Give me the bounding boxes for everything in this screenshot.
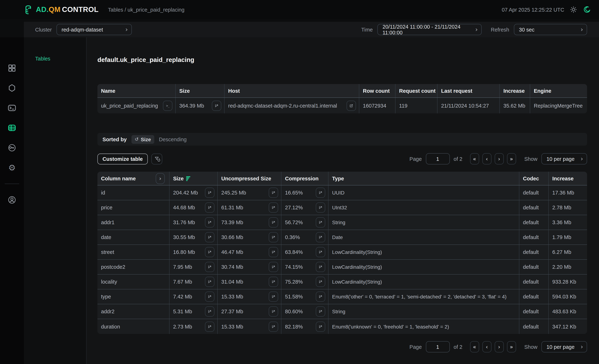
open-chart-button[interactable]: [205, 217, 214, 227]
page-total-label: of 2: [454, 344, 462, 350]
open-chart-button[interactable]: [316, 232, 325, 242]
open-chart-button[interactable]: [269, 277, 278, 287]
summary-table-row: uk_price_paid_replacing >_ 364.39 Mb: [97, 98, 587, 113]
reset-sort-icon: ↺: [135, 137, 139, 142]
open-console-button[interactable]: >_: [163, 100, 172, 111]
cell-increase: 3.36 Mb: [549, 215, 587, 230]
cell-uncompressed-size: 27.37 Mb: [218, 304, 282, 319]
next-page-button[interactable]: ›: [494, 153, 503, 164]
customize-table-button[interactable]: Customize table: [97, 153, 148, 164]
cell-size: 7.67 Mb: [169, 275, 218, 289]
per-page-value: 10 per page: [546, 156, 576, 162]
sidebar-item-tables[interactable]: [7, 123, 17, 133]
open-chart-button[interactable]: [205, 321, 214, 332]
open-chart-button[interactable]: [269, 217, 278, 227]
toolbar-row: Customize table Page o: [97, 153, 587, 164]
open-chart-button[interactable]: [269, 306, 278, 317]
open-chart-button[interactable]: [269, 292, 278, 302]
per-page-select[interactable]: 10 per page ›: [541, 153, 587, 164]
open-chart-button[interactable]: [205, 292, 214, 302]
sidebar-item-dashboard[interactable]: [7, 63, 17, 73]
cell-column-name: duration: [97, 319, 169, 334]
open-chart-button[interactable]: [269, 262, 278, 272]
last-page-button[interactable]: »: [507, 341, 516, 352]
expand-column-button[interactable]: ›: [156, 173, 165, 184]
open-chart-button[interactable]: [269, 188, 278, 198]
open-host-button[interactable]: [347, 100, 356, 111]
sidebar-item-query-console[interactable]: [7, 103, 17, 113]
reset-filters-button[interactable]: [151, 153, 162, 164]
open-chart-button[interactable]: [205, 247, 214, 257]
sidebar-item-settings[interactable]: ⚙: [7, 163, 17, 172]
light-theme-button[interactable]: [569, 5, 578, 14]
chevron-right-icon: ›: [125, 27, 128, 33]
pagination-bottom: Page of 2 « ‹ › » Show 10 per page ›: [409, 341, 587, 352]
logo-text-control: CONTROL: [62, 5, 98, 14]
sidebar-item-cluster[interactable]: [7, 83, 17, 93]
open-chart-button[interactable]: [205, 232, 214, 242]
open-chart-button[interactable]: [269, 247, 278, 257]
sort-direction[interactable]: Descending: [159, 136, 187, 142]
per-page-select[interactable]: 10 per page ›: [541, 341, 587, 352]
time-range-select[interactable]: 20/11/2024 11:00:00 - 21/11/2024 11:00:0…: [377, 24, 482, 35]
cell-increase: 594.03 Kb: [549, 289, 587, 304]
open-chart-button[interactable]: [269, 321, 278, 332]
secondary-sidebar: Tables: [24, 37, 87, 364]
open-chart-button[interactable]: [316, 247, 325, 257]
open-chart-button[interactable]: [316, 203, 325, 213]
refresh-select[interactable]: 30 sec ›: [514, 24, 587, 35]
logo-text-ad: AD.: [36, 5, 49, 14]
cluster-select[interactable]: red-adqm-dataset ›: [56, 24, 132, 35]
page-number-input[interactable]: [426, 341, 449, 352]
open-chart-button[interactable]: [212, 100, 221, 111]
cell-column-name: addr2: [97, 304, 169, 319]
open-chart-button[interactable]: [316, 292, 325, 302]
last-page-button[interactable]: »: [507, 153, 516, 164]
breadcrumb[interactable]: Tables / uk_price_paid_replacing: [108, 7, 184, 12]
sort-field-chip[interactable]: ↺ Size: [132, 135, 154, 144]
open-chart-button[interactable]: [269, 232, 278, 242]
cell-compression: 27.12%: [282, 200, 328, 215]
sidebar-item-access-keys[interactable]: [7, 143, 17, 152]
open-chart-button[interactable]: [269, 203, 278, 213]
page-number-input[interactable]: [426, 153, 449, 164]
dark-theme-button[interactable]: [583, 5, 591, 14]
open-chart-button[interactable]: [205, 306, 214, 317]
time-label: Time: [361, 27, 373, 32]
open-chart-button[interactable]: [316, 306, 325, 317]
cell-size: 204.42 Mb: [169, 186, 218, 200]
first-page-button[interactable]: «: [470, 341, 479, 352]
cell-compression: 80.60%: [282, 304, 328, 319]
sidebar-link-tables[interactable]: Tables: [35, 56, 50, 62]
previous-page-button[interactable]: ‹: [482, 153, 491, 164]
cell-codec: default: [519, 245, 549, 259]
cell-increase: 933.28 Kb: [549, 275, 587, 289]
open-chart-button[interactable]: [316, 277, 325, 287]
first-page-button[interactable]: «: [470, 153, 479, 164]
cell-uncompressed-size: 245.25 Mb: [218, 186, 282, 200]
sidebar-item-account[interactable]: [7, 195, 17, 205]
open-chart-button[interactable]: [316, 217, 325, 227]
table-host-value: red-adqmc-dataset-adqm-2.ru-central1.int…: [228, 103, 337, 108]
sort-descending-icon[interactable]: [186, 176, 191, 181]
previous-page-button[interactable]: ‹: [482, 341, 491, 352]
header-increase: Increase: [500, 84, 530, 98]
chevron-right-icon: ›: [475, 27, 478, 33]
open-chart-button[interactable]: [205, 188, 214, 198]
cell-type: UInt32: [328, 200, 519, 215]
open-chart-button[interactable]: [316, 321, 325, 332]
header-engine: Engine: [530, 84, 587, 98]
cell-codec: default: [519, 215, 549, 230]
app-logo[interactable]: AD.QMCONTROL: [23, 5, 98, 15]
open-chart-button[interactable]: [205, 262, 214, 272]
open-chart-button[interactable]: [205, 277, 214, 287]
open-chart-button[interactable]: [316, 262, 325, 272]
terminal-icon: [7, 103, 17, 113]
open-chart-button[interactable]: [316, 188, 325, 198]
cell-compression: 51.58%: [282, 289, 328, 304]
open-chart-button[interactable]: [205, 203, 214, 213]
cell-compression: 63.84%: [282, 245, 328, 259]
cell-compression: 74.15%: [282, 260, 328, 274]
next-page-button[interactable]: ›: [494, 341, 503, 352]
cell-uncompressed-size: 30.74 Mb: [218, 260, 282, 274]
